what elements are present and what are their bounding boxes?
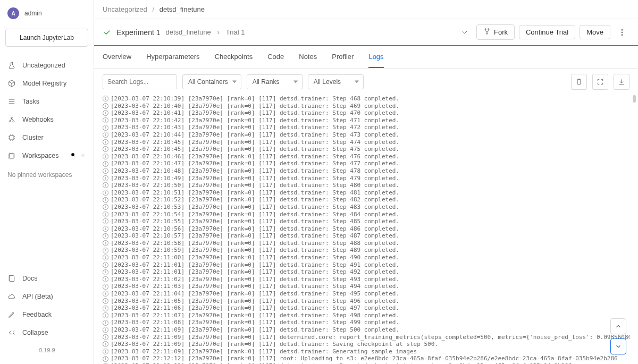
nav-label: Model Registry [22,80,66,87]
log-line: i[2023-03-07 22:10:40] [23a7970e] [rank=… [103,103,629,110]
log-line: i[2023-03-07 22:10:57] [23a7970e] [rank=… [103,232,629,240]
svg-point-10 [622,29,623,30]
info-icon: i [103,349,108,354]
info-icon: i [103,284,108,290]
book-icon [7,274,16,283]
svg-point-12 [622,34,623,35]
launch-jupyterlab-button[interactable]: Launch JupyterLab [5,29,88,47]
tab-logs[interactable]: Logs [368,46,383,68]
levels-filter[interactable]: All Levels [308,74,364,89]
info-icon: i [103,312,108,318]
containers-filter[interactable]: All Containers [182,74,241,89]
username: admin [24,10,42,17]
info-icon: i [103,103,108,109]
log-line: i[2023-03-07 22:11:04] [23a7970e] [rank=… [103,290,629,298]
log-line: i[2023-03-07 22:10:56] [23a7970e] [rank=… [103,225,629,233]
info-icon: i [103,197,108,203]
plus-icon[interactable] [80,152,86,160]
sidebar-item-cluster[interactable]: Cluster [3,129,90,147]
experiment-name[interactable]: Experiment 1 [116,28,160,37]
fullscreen-icon[interactable] [592,74,608,90]
svg-rect-13 [577,79,581,84]
log-viewer[interactable]: i[2023-03-07 22:10:39] [23a7970e] [rank=… [94,95,638,364]
log-line: i[2023-03-07 22:11:09] [23a7970e] [rank=… [103,348,629,355]
trial-name[interactable]: Trial 1 [226,28,245,36]
log-line: i[2023-03-07 22:10:47] [23a7970e] [rank=… [103,160,629,167]
search-logs-input[interactable] [103,74,177,89]
log-line: i[2023-03-07 22:11:02] [23a7970e] [rank=… [103,276,629,283]
info-icon: i [103,248,108,253]
experiment-header: Experiment 1 detsd_finetune › Trial 1 Fo… [94,19,638,46]
svg-rect-3 [10,136,14,140]
sidebar-item-docs[interactable]: Docs [3,269,90,287]
sidebar-item-tasks[interactable]: Tasks [3,92,90,111]
svg-point-1 [13,121,14,122]
info-icon: i [103,182,108,188]
sidebar-item-workspaces[interactable]: Workspaces [3,147,90,165]
log-line: i[2023-03-07 22:10:49] [23a7970e] [rank=… [103,175,629,182]
ranks-filter[interactable]: All Ranks [247,74,303,89]
log-line: i[2023-03-07 22:10:53] [23a7970e] [rank=… [103,204,629,211]
log-line: i[2023-03-07 22:10:43] [23a7970e] [rank=… [103,124,629,131]
tab-profiler[interactable]: Profiler [332,46,354,68]
info-icon: i [103,125,108,131]
breadcrumb: Uncategorized / detsd_finetune [94,0,638,19]
pencil-icon [7,310,16,319]
collapse-icon [7,328,16,337]
log-line: i[2023-03-07 22:10:45] [23a7970e] [rank=… [103,139,629,146]
tab-code[interactable]: Code [267,46,284,68]
log-line: i[2023-03-07 22:11:00] [23a7970e] [rank=… [103,254,629,261]
tab-hyperparameters[interactable]: Hyperparameters [146,46,199,68]
info-icon: i [103,218,108,224]
sidebar-item-model-registry[interactable]: Model Registry [3,74,90,92]
svg-point-6 [71,153,74,156]
sidebar-item-api[interactable]: API (Beta) [3,287,90,306]
scroll-top-button[interactable] [610,318,626,334]
log-line: i[2023-03-07 22:11:09] [23a7970e] [rank=… [103,326,629,334]
user-block[interactable]: A admin [0,0,94,26]
sidebar-item-uncategorized[interactable]: Uncategorized [3,56,90,74]
scrollbar[interactable] [632,95,637,364]
flask-icon [7,61,16,70]
dropdown-toggle[interactable] [457,25,472,40]
nav-label: Tasks [22,98,39,105]
info-icon: i [103,132,108,138]
log-line: i[2023-03-07 22:10:41] [23a7970e] [rank=… [103,109,629,117]
clipboard-icon[interactable] [571,74,587,90]
info-icon: i [103,306,108,311]
log-line: i[2023-03-07 22:10:45] [23a7970e] [rank=… [103,146,629,153]
experiment-sub: detsd_finetune [165,28,211,36]
log-filters: All Containers All Ranks All Levels [94,69,638,95]
log-line: i[2023-03-07 22:12:12] [23a7970e] [rank=… [103,355,629,362]
sidebar-item-webhooks[interactable]: Webhooks [3,111,90,129]
sidebar-item-collapse[interactable]: Collapse [3,324,90,342]
tab-overview[interactable]: Overview [103,46,131,68]
tab-checkpoints[interactable]: Checkpoints [215,46,253,68]
log-line: i[2023-03-07 22:11:08] [23a7970e] [rank=… [103,319,629,326]
nav-label: Cluster [22,134,44,141]
info-icon: i [103,168,108,174]
info-icon: i [103,269,108,275]
tab-notes[interactable]: Notes [299,46,317,68]
svg-point-2 [11,117,13,118]
breadcrumb-current: detsd_finetune [160,5,205,13]
search-icon[interactable] [70,152,77,160]
info-icon: i [103,146,108,152]
log-line: i[2023-03-07 22:11:07] [23a7970e] [rank=… [103,312,629,319]
log-line: i[2023-03-07 22:11:03] [23a7970e] [rank=… [103,283,629,290]
breadcrumb-parent[interactable]: Uncategorized [103,5,147,13]
download-icon[interactable] [614,74,629,90]
scroll-bottom-button[interactable] [610,338,626,354]
log-line: i[2023-03-07 22:10:44] [23a7970e] [rank=… [103,131,629,139]
info-icon: i [103,356,108,362]
svg-point-8 [488,29,489,30]
info-icon: i [103,327,108,333]
move-button[interactable]: Move [580,25,610,39]
sidebar-item-feedback[interactable]: Feedback [3,306,90,324]
fork-icon [483,28,491,37]
info-icon: i [103,233,108,239]
overflow-menu[interactable] [615,25,629,40]
fork-button[interactable]: Fork [476,24,515,40]
info-icon: i [103,255,108,260]
continue-trial-button[interactable]: Continue Trial [519,25,575,39]
